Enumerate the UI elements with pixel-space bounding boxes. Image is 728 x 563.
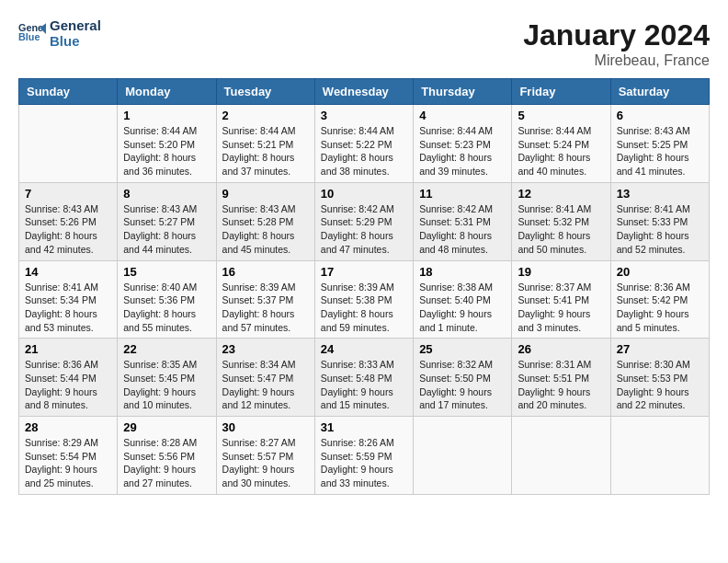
day-number: 9 — [222, 187, 309, 201]
calendar-cell: 8Sunrise: 8:43 AM Sunset: 5:27 PM Daylig… — [118, 182, 216, 260]
day-info: Sunrise: 8:43 AM Sunset: 5:26 PM Dayligh… — [25, 202, 111, 257]
calendar-cell: 5Sunrise: 8:44 AM Sunset: 5:24 PM Daylig… — [512, 105, 610, 183]
calendar-cell: 2Sunrise: 8:44 AM Sunset: 5:21 PM Daylig… — [216, 105, 314, 183]
day-number: 31 — [321, 420, 407, 434]
day-info: Sunrise: 8:29 AM Sunset: 5:54 PM Dayligh… — [25, 436, 111, 490]
day-number: 4 — [419, 109, 506, 122]
day-info: Sunrise: 8:32 AM Sunset: 5:50 PM Dayligh… — [419, 358, 506, 412]
day-info: Sunrise: 8:44 AM Sunset: 5:22 PM Dayligh… — [321, 124, 407, 178]
calendar-header-row: SundayMondayTuesdayWednesdayThursdayFrid… — [19, 79, 710, 105]
title-section: January 2024 Mirebeau, France — [523, 18, 710, 69]
day-info: Sunrise: 8:42 AM Sunset: 5:31 PM Dayligh… — [419, 202, 506, 257]
day-number: 7 — [25, 187, 111, 201]
day-info: Sunrise: 8:41 AM Sunset: 5:34 PM Dayligh… — [25, 281, 111, 335]
calendar-cell — [19, 105, 118, 183]
calendar-cell: 18Sunrise: 8:38 AM Sunset: 5:40 PM Dayli… — [414, 260, 512, 339]
day-info: Sunrise: 8:28 AM Sunset: 5:56 PM Dayligh… — [123, 436, 210, 490]
day-info: Sunrise: 8:37 AM Sunset: 5:41 PM Dayligh… — [518, 281, 604, 335]
header: General Blue General Blue January 2024 M… — [18, 18, 710, 69]
day-number: 26 — [518, 342, 604, 356]
day-number: 21 — [25, 342, 111, 356]
calendar-cell — [512, 417, 610, 495]
week-row-3: 14Sunrise: 8:41 AM Sunset: 5:34 PM Dayli… — [19, 260, 710, 339]
header-day-thursday: Thursday — [414, 79, 512, 105]
day-info: Sunrise: 8:41 AM Sunset: 5:33 PM Dayligh… — [617, 202, 703, 257]
day-number: 22 — [123, 342, 210, 356]
day-info: Sunrise: 8:35 AM Sunset: 5:45 PM Dayligh… — [123, 358, 210, 412]
calendar-cell: 1Sunrise: 8:44 AM Sunset: 5:20 PM Daylig… — [118, 105, 216, 183]
calendar-cell: 9Sunrise: 8:43 AM Sunset: 5:28 PM Daylig… — [216, 182, 314, 260]
calendar-cell: 23Sunrise: 8:34 AM Sunset: 5:47 PM Dayli… — [216, 339, 314, 417]
header-day-monday: Monday — [118, 79, 216, 105]
day-info: Sunrise: 8:26 AM Sunset: 5:59 PM Dayligh… — [321, 436, 407, 490]
day-number: 2 — [222, 109, 309, 122]
day-number: 16 — [222, 265, 309, 279]
calendar-cell: 21Sunrise: 8:36 AM Sunset: 5:44 PM Dayli… — [19, 339, 118, 417]
calendar-cell: 17Sunrise: 8:39 AM Sunset: 5:38 PM Dayli… — [314, 260, 413, 339]
calendar-cell: 28Sunrise: 8:29 AM Sunset: 5:54 PM Dayli… — [19, 417, 118, 495]
header-day-friday: Friday — [512, 79, 610, 105]
day-number: 17 — [321, 265, 407, 279]
day-number: 23 — [222, 342, 309, 356]
header-day-wednesday: Wednesday — [314, 79, 413, 105]
day-number: 25 — [419, 342, 506, 356]
day-info: Sunrise: 8:44 AM Sunset: 5:24 PM Dayligh… — [518, 124, 604, 178]
calendar-cell: 14Sunrise: 8:41 AM Sunset: 5:34 PM Dayli… — [19, 260, 118, 339]
month-title: January 2024 — [523, 18, 710, 52]
logo-icon: General Blue — [18, 20, 46, 48]
header-day-sunday: Sunday — [19, 79, 118, 105]
day-info: Sunrise: 8:42 AM Sunset: 5:29 PM Dayligh… — [321, 202, 407, 257]
day-number: 27 — [617, 342, 703, 356]
day-number: 19 — [518, 265, 604, 279]
day-number: 15 — [123, 265, 210, 279]
calendar-cell: 13Sunrise: 8:41 AM Sunset: 5:33 PM Dayli… — [610, 182, 709, 260]
calendar-cell: 12Sunrise: 8:41 AM Sunset: 5:32 PM Dayli… — [512, 182, 610, 260]
day-number: 13 — [617, 187, 703, 201]
day-number: 28 — [25, 420, 111, 434]
week-row-5: 28Sunrise: 8:29 AM Sunset: 5:54 PM Dayli… — [19, 417, 710, 495]
day-info: Sunrise: 8:38 AM Sunset: 5:40 PM Dayligh… — [419, 281, 506, 335]
day-info: Sunrise: 8:44 AM Sunset: 5:23 PM Dayligh… — [419, 124, 506, 178]
calendar-cell: 29Sunrise: 8:28 AM Sunset: 5:56 PM Dayli… — [118, 417, 216, 495]
day-info: Sunrise: 8:36 AM Sunset: 5:42 PM Dayligh… — [617, 281, 703, 335]
day-number: 24 — [321, 342, 407, 356]
calendar-cell — [414, 417, 512, 495]
calendar-cell: 30Sunrise: 8:27 AM Sunset: 5:57 PM Dayli… — [216, 417, 314, 495]
day-info: Sunrise: 8:41 AM Sunset: 5:32 PM Dayligh… — [518, 202, 604, 257]
calendar-cell: 20Sunrise: 8:36 AM Sunset: 5:42 PM Dayli… — [610, 260, 709, 339]
location-title: Mirebeau, France — [523, 52, 710, 69]
header-day-tuesday: Tuesday — [216, 79, 314, 105]
calendar-cell: 31Sunrise: 8:26 AM Sunset: 5:59 PM Dayli… — [314, 417, 413, 495]
calendar-cell — [610, 417, 709, 495]
day-number: 29 — [123, 420, 210, 434]
day-number: 20 — [617, 265, 703, 279]
calendar-cell: 10Sunrise: 8:42 AM Sunset: 5:29 PM Dayli… — [314, 182, 413, 260]
logo-blue: Blue — [50, 34, 101, 50]
day-info: Sunrise: 8:44 AM Sunset: 5:20 PM Dayligh… — [123, 124, 210, 178]
day-info: Sunrise: 8:34 AM Sunset: 5:47 PM Dayligh… — [222, 358, 309, 412]
header-day-saturday: Saturday — [610, 79, 709, 105]
calendar-cell: 27Sunrise: 8:30 AM Sunset: 5:53 PM Dayli… — [610, 339, 709, 417]
calendar-cell: 7Sunrise: 8:43 AM Sunset: 5:26 PM Daylig… — [19, 182, 118, 260]
svg-text:Blue: Blue — [18, 30, 40, 41]
calendar-cell: 22Sunrise: 8:35 AM Sunset: 5:45 PM Dayli… — [118, 339, 216, 417]
week-row-1: 1Sunrise: 8:44 AM Sunset: 5:20 PM Daylig… — [19, 105, 710, 183]
day-number: 5 — [518, 109, 604, 122]
day-number: 3 — [321, 109, 407, 122]
day-info: Sunrise: 8:36 AM Sunset: 5:44 PM Dayligh… — [25, 358, 111, 412]
day-info: Sunrise: 8:43 AM Sunset: 5:25 PM Dayligh… — [617, 124, 703, 178]
day-info: Sunrise: 8:39 AM Sunset: 5:37 PM Dayligh… — [222, 281, 309, 335]
calendar-cell: 15Sunrise: 8:40 AM Sunset: 5:36 PM Dayli… — [118, 260, 216, 339]
day-number: 12 — [518, 187, 604, 201]
day-info: Sunrise: 8:31 AM Sunset: 5:51 PM Dayligh… — [518, 358, 604, 412]
calendar-cell: 11Sunrise: 8:42 AM Sunset: 5:31 PM Dayli… — [414, 182, 512, 260]
calendar-cell: 4Sunrise: 8:44 AM Sunset: 5:23 PM Daylig… — [414, 105, 512, 183]
day-number: 8 — [123, 187, 210, 201]
calendar-cell: 25Sunrise: 8:32 AM Sunset: 5:50 PM Dayli… — [414, 339, 512, 417]
calendar-cell: 3Sunrise: 8:44 AM Sunset: 5:22 PM Daylig… — [314, 105, 413, 183]
day-info: Sunrise: 8:44 AM Sunset: 5:21 PM Dayligh… — [222, 124, 309, 178]
day-number: 18 — [419, 265, 506, 279]
logo: General Blue General Blue — [18, 18, 101, 49]
day-info: Sunrise: 8:43 AM Sunset: 5:28 PM Dayligh… — [222, 202, 309, 257]
calendar-cell: 24Sunrise: 8:33 AM Sunset: 5:48 PM Dayli… — [314, 339, 413, 417]
